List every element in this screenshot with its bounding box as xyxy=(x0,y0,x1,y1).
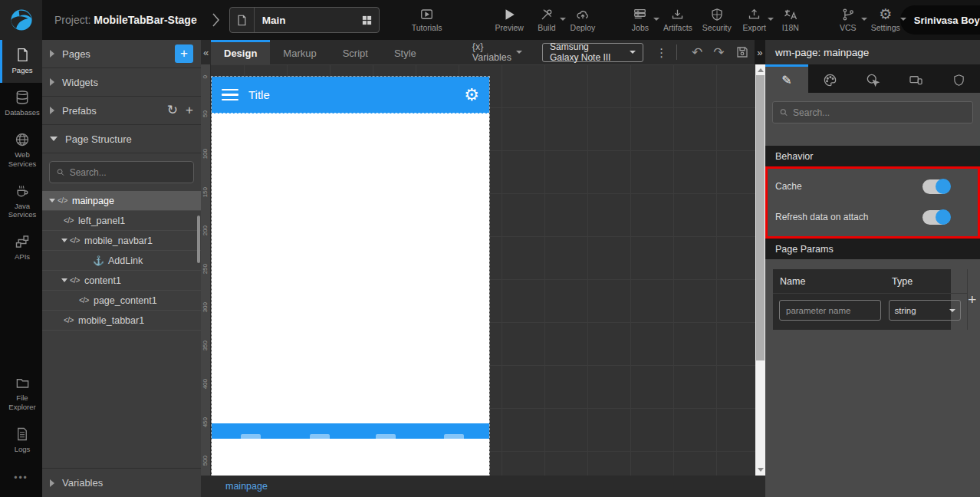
tree-item-left-panel1[interactable]: </> left_panel1 xyxy=(42,211,201,231)
tree-item-content1[interactable]: </> content1 xyxy=(42,271,201,291)
tab-script[interactable]: Script xyxy=(330,40,381,64)
search-input[interactable] xyxy=(70,167,187,178)
file-tab-mainpage[interactable]: mainpage xyxy=(225,481,268,492)
mobile-navbar-widget[interactable]: Title ⚙ xyxy=(212,77,489,114)
sidebar-item-pages[interactable]: Pages xyxy=(0,40,42,83)
scroll-up-icon[interactable] xyxy=(758,68,764,72)
tree-item-mobile-tabbar1[interactable]: </> mobile_tabbar1 xyxy=(42,311,201,331)
page-content-widget[interactable] xyxy=(212,114,489,423)
sidebar-item-databases[interactable]: Databases xyxy=(0,83,42,125)
kebab-menu-icon[interactable]: ⋮ xyxy=(656,47,667,58)
branch-icon xyxy=(841,8,855,21)
tabbar-icon xyxy=(376,434,396,439)
devices-icon xyxy=(908,73,924,87)
section-page-structure[interactable]: Page Structure xyxy=(42,125,201,153)
section-variables[interactable]: Variables xyxy=(42,468,201,497)
caret-right-icon xyxy=(50,107,54,114)
navbar-gear-icon[interactable]: ⚙ xyxy=(464,87,479,104)
sidebar-item-logs[interactable]: Logs xyxy=(0,420,42,462)
tree-item-mobile-navbar1[interactable]: </> mobile_navbar1 xyxy=(42,231,201,251)
cache-label: Cache xyxy=(775,181,802,192)
export-button[interactable]: Export xyxy=(742,8,768,32)
refresh-icon[interactable]: ↻ xyxy=(167,104,178,117)
project-name: MobileTabBar-Stage xyxy=(94,14,196,26)
deploy-button[interactable]: Deploy xyxy=(570,8,596,32)
section-widgets[interactable]: Widgets xyxy=(42,68,201,97)
grid-view-icon[interactable] xyxy=(356,15,379,26)
wavemaker-logo[interactable] xyxy=(0,0,42,40)
scrollbar-thumb[interactable] xyxy=(756,75,765,360)
design-canvas[interactable]: 0 50 100 150 200 250 300 350 400 450 500… xyxy=(201,64,765,476)
properties-panel: wm-page: mainpage ✎ Behavior Cache Refre… xyxy=(765,40,980,497)
mobile-tabbar-widget[interactable] xyxy=(212,423,489,439)
hamburger-menu-icon[interactable] xyxy=(222,89,238,101)
tab-styles[interactable] xyxy=(808,64,851,93)
params-table-header: Name Type xyxy=(773,269,967,294)
save-icon[interactable] xyxy=(735,45,749,59)
more-options-icon[interactable]: ••• xyxy=(0,462,42,497)
chevron-down-icon xyxy=(630,51,636,54)
param-name-input[interactable] xyxy=(779,300,881,321)
tutorials-button[interactable]: Tutorials xyxy=(412,8,442,32)
jobs-button[interactable]: Jobs xyxy=(627,8,653,32)
code-icon: </> xyxy=(70,276,80,285)
tab-style[interactable]: Style xyxy=(381,40,429,64)
sidebar-item-apis[interactable]: APIs xyxy=(0,227,42,269)
collapse-panel-icon[interactable]: « xyxy=(201,40,211,64)
tree-item-mainpage[interactable]: </> mainpage xyxy=(42,191,201,211)
section-prefabs[interactable]: Prefabs ↻ + xyxy=(42,97,201,125)
expand-panel-icon[interactable]: » xyxy=(755,40,765,64)
chevron-down-icon xyxy=(861,18,867,21)
page-selector[interactable]: Main xyxy=(229,7,380,33)
undo-icon[interactable]: ↶ xyxy=(692,46,702,59)
section-pages[interactable]: Pages + xyxy=(42,40,201,68)
properties-search[interactable] xyxy=(772,101,973,123)
param-type-select[interactable]: string xyxy=(889,300,961,321)
user-menu[interactable]: Srinivasa Boyina SB xyxy=(900,5,980,35)
redo-icon[interactable]: ↷ xyxy=(713,46,724,59)
i18n-button[interactable]: I18N xyxy=(778,8,804,32)
add-prefab-icon[interactable]: + xyxy=(186,104,193,117)
type-column-header: Type xyxy=(889,276,967,287)
cache-toggle[interactable] xyxy=(922,179,950,194)
page-icon xyxy=(15,47,30,63)
tree-item-addlink[interactable]: ⚓ AddLink xyxy=(42,251,201,271)
play-icon xyxy=(502,8,516,21)
page-structure-search[interactable] xyxy=(49,161,194,183)
canvas-scrollbar[interactable] xyxy=(755,64,765,476)
build-button[interactable]: Build xyxy=(534,8,560,32)
mobile-preview[interactable]: Title ⚙ xyxy=(212,77,489,476)
device-selector[interactable]: Samsung Galaxy Note III xyxy=(542,43,643,62)
left-panel-scrollbar[interactable] xyxy=(197,216,200,263)
tab-markup[interactable]: Markup xyxy=(270,40,329,64)
refresh-data-toggle[interactable] xyxy=(922,210,950,225)
sidebar-item-java-services[interactable]: Java Services xyxy=(0,176,42,228)
tab-devices[interactable] xyxy=(894,64,937,93)
tab-security[interactable] xyxy=(937,64,980,93)
search-input[interactable] xyxy=(793,107,966,118)
tab-design[interactable]: Design xyxy=(211,40,270,64)
scroll-down-icon[interactable] xyxy=(758,468,764,472)
code-icon: </> xyxy=(64,316,74,324)
tree-item-page-content1[interactable]: </> page_content1 xyxy=(42,291,201,311)
left-panel: Pages + Widgets Prefabs ↻ + Page Structu… xyxy=(42,40,201,497)
variables-button[interactable]: {x} Variables xyxy=(472,41,522,63)
tab-events[interactable] xyxy=(851,64,894,93)
sidebar-item-file-explorer[interactable]: File Explorer xyxy=(0,369,42,420)
settings-button[interactable]: ⚙ Settings xyxy=(871,8,900,32)
preview-button[interactable]: Preview xyxy=(495,8,524,32)
sidebar-item-web-services[interactable]: Web Services xyxy=(0,125,42,176)
breadcrumb-chevron-icon xyxy=(209,12,222,28)
page-params-section-header: Page Params xyxy=(765,239,980,259)
chevron-down-icon xyxy=(516,51,522,54)
security-button[interactable]: Security xyxy=(702,8,732,32)
add-param-button[interactable]: + xyxy=(967,269,976,330)
code-icon: </> xyxy=(58,196,67,205)
tab-properties[interactable]: ✎ xyxy=(765,64,808,93)
chevron-down-icon xyxy=(653,18,659,21)
tabbar-icon xyxy=(444,434,464,439)
vcs-button[interactable]: VCS xyxy=(835,8,861,32)
add-page-button[interactable]: + xyxy=(175,44,193,63)
globe-icon xyxy=(15,132,30,147)
artifacts-button[interactable]: Artifacts xyxy=(663,8,692,32)
